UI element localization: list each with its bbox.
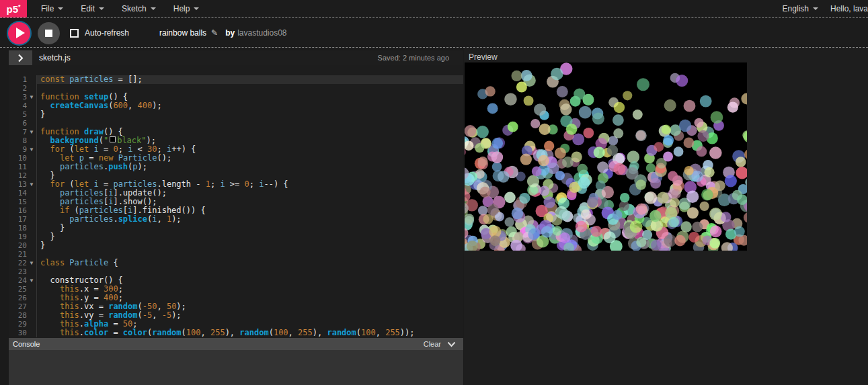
code-token: createCanvas (50, 101, 108, 110)
code-token: )); (400, 329, 415, 337)
code-line[interactable]: 18 } (9, 224, 463, 232)
line-number: 13 (9, 180, 27, 189)
line-number: 9 (9, 145, 27, 154)
code-token: splice (118, 215, 147, 224)
code-token: 255 (210, 329, 225, 337)
code-token: i (152, 215, 157, 224)
code-token: --) { (264, 180, 288, 189)
menu-edit[interactable]: Edit (72, 0, 113, 17)
chevron-down-icon (194, 7, 199, 10)
fold-arrow-icon[interactable]: ▼ (27, 128, 36, 136)
preview-canvas (465, 62, 747, 251)
code-token (65, 75, 69, 84)
nav-right: English Hello, lava (783, 4, 868, 13)
code-token: . (79, 329, 84, 337)
code-line[interactable]: 30 this.color = color(random(100, 255), … (9, 329, 463, 337)
fold-arrow-icon[interactable]: ▼ (27, 93, 36, 101)
saved-status: Saved: 2 minutes ago (378, 54, 463, 62)
code-token: ( (182, 329, 186, 337)
menu-file[interactable]: File (32, 0, 72, 17)
menu-sketch[interactable]: Sketch (113, 0, 165, 17)
fold-arrow-icon[interactable]: ▼ (27, 259, 36, 267)
fold-arrow-icon[interactable]: ▼ (27, 276, 36, 285)
code-token: 0 (245, 180, 249, 189)
fold-gutter (27, 285, 36, 294)
line-number: 16 (9, 206, 27, 215)
code-token: >= (225, 180, 245, 189)
play-button[interactable] (8, 22, 30, 44)
author-link[interactable]: lavastudios08 (237, 28, 286, 38)
fold-arrow-icon[interactable]: ▼ (27, 145, 36, 154)
line-number: 29 (9, 320, 27, 329)
code-line[interactable]: 1const particles = []; (9, 75, 463, 84)
menu-edit-label: Edit (81, 4, 95, 13)
code-token: ; (210, 180, 220, 189)
code-line[interactable]: 22▼class Particle { (9, 259, 463, 267)
stop-button[interactable] (38, 22, 60, 44)
menu-help[interactable]: Help (165, 0, 208, 17)
chevron-down-icon (99, 7, 104, 10)
code-token (40, 329, 60, 337)
code-token: ( (108, 101, 113, 110)
edit-sketch-name-icon[interactable]: ✎ (211, 28, 218, 38)
code-line-text: particles.splice(i, 1); (36, 215, 463, 224)
console-header: Console Clear (9, 338, 463, 350)
code-line[interactable]: 5} (9, 110, 463, 119)
code-token: i (259, 180, 264, 189)
code-token: -5 (143, 311, 152, 320)
code-token: ); (138, 163, 147, 171)
code-token: p (132, 163, 137, 171)
line-number: 1 (9, 75, 27, 84)
code-token: ( (147, 215, 152, 224)
chevron-down-icon[interactable] (447, 341, 456, 347)
line-number: 7 (9, 128, 27, 136)
code-line[interactable]: 17 particles.splice(i, 1); (9, 215, 463, 224)
console-clear-button[interactable]: Clear (424, 340, 441, 348)
account-greeting[interactable]: Hello, lava (830, 4, 868, 13)
code-token (65, 259, 69, 267)
line-number: 22 (9, 259, 27, 267)
code-line[interactable]: 19 } (9, 232, 463, 241)
fold-gutter (27, 154, 36, 163)
fold-arrow-icon[interactable]: ▼ (27, 180, 36, 189)
menu-help-label: Help (173, 4, 190, 13)
stop-icon (45, 30, 52, 37)
code-token: (); (157, 154, 171, 163)
line-number: 3 (9, 93, 27, 101)
code-token: , (288, 329, 298, 337)
p5-logo-text: p5 (6, 3, 18, 15)
code-token: 1 (206, 180, 210, 189)
auto-refresh-checkbox[interactable] (70, 29, 79, 38)
sketch-name[interactable]: rainbow balls (159, 28, 206, 38)
code-token: ( (138, 311, 143, 320)
language-selector[interactable]: English (783, 4, 830, 13)
fold-gutter (27, 320, 36, 329)
code-token: , (157, 215, 166, 224)
line-number: 21 (9, 250, 27, 259)
fold-gutter (27, 215, 36, 224)
tab-sketch-js[interactable]: sketch.js (39, 53, 71, 62)
chevron-right-icon (17, 54, 24, 62)
fold-gutter (27, 302, 36, 311)
code-line[interactable]: 11 particles.push(p); (9, 163, 463, 171)
p5-logo[interactable]: p5* (0, 0, 27, 17)
color-swatch-icon[interactable] (110, 136, 116, 142)
code-line[interactable]: 4 createCanvas(600, 400); (9, 101, 463, 110)
fold-gutter (27, 232, 36, 241)
sketch-toolbar: Auto-refresh rainbow balls ✎ by lavastud… (0, 19, 868, 48)
code-token: class (40, 259, 65, 267)
top-nav: p5* File Edit Sketch Help English (0, 0, 868, 18)
line-number: 10 (9, 154, 27, 163)
code-editor[interactable]: 1const particles = [];23▼function setup(… (9, 65, 463, 338)
code-line[interactable]: 20} (9, 241, 463, 250)
code-token: const (40, 75, 65, 84)
language-label: English (783, 4, 809, 13)
code-token: ++) { (171, 145, 196, 154)
line-number: 4 (9, 101, 27, 110)
line-number: 25 (9, 285, 27, 294)
expand-sidebar-button[interactable] (9, 50, 32, 65)
line-number: 5 (9, 110, 27, 119)
code-token: ), (225, 329, 240, 337)
fold-gutter (27, 250, 36, 259)
code-token: , (152, 311, 161, 320)
